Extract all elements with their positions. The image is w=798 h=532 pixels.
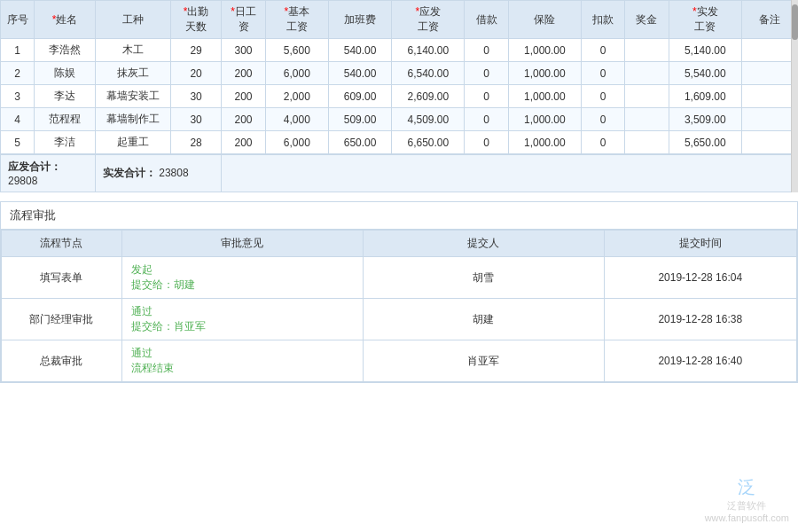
wf-time: 2019-12-28 16:40 (604, 340, 796, 382)
cell-days: 30 (170, 85, 222, 108)
cell-name: 李达 (35, 85, 96, 108)
header-name: *姓名 (35, 1, 96, 39)
wf-node: 总裁审批 (2, 340, 122, 382)
wf-node: 填写表单 (2, 257, 122, 299)
cell-days: 30 (170, 108, 222, 131)
cell-base: 6,000 (265, 131, 328, 155)
wf-submitter: 胡雪 (363, 257, 604, 299)
wf-header-node: 流程节点 (2, 231, 122, 257)
watermark-brand: 泛普软件 (705, 499, 789, 512)
cell-name: 陈娱 (35, 62, 96, 85)
cell-borrow: 0 (465, 85, 508, 108)
wf-header-submitter: 提交人 (363, 231, 604, 257)
submit-to: 流程结束 (131, 362, 174, 374)
cell-remark (741, 62, 797, 85)
header-overtime: 加班费 (328, 1, 391, 39)
should-pay-value: 29808 (8, 175, 37, 187)
cell-bonus (625, 131, 669, 155)
actual-pay-label: 实发合计： 23808 (95, 154, 222, 192)
scrollbar[interactable] (791, 0, 798, 192)
header-insurance: 保险 (508, 1, 581, 39)
cell-remark (741, 85, 797, 108)
cell-type: 木工 (95, 39, 170, 62)
cell-bonus (625, 85, 669, 108)
salary-table: 序号 *姓名 工种 *出勤天数 *日工资 *基本工资 加班费 *应发工资 借款 … (0, 0, 798, 192)
workflow-table: 流程节点 审批意见 提交人 提交时间 填写表单 发起 提交给：胡建 胡雪 201… (1, 230, 797, 382)
cell-name: 李浩然 (35, 39, 96, 62)
wf-status: 通过 (131, 304, 354, 319)
watermark-logo: 泛 (705, 475, 789, 499)
header-bonus: 奖金 (625, 1, 669, 39)
salary-row: 5 李洁 起重工 28 200 6,000 650.00 6,650.00 0 … (1, 131, 798, 155)
cell-seq: 2 (1, 62, 35, 85)
wf-comment: 通过 流程结束 (121, 340, 363, 382)
cell-bonus (625, 39, 669, 62)
watermark-url: www.fanpusoft.com (705, 512, 789, 523)
cell-name: 范程程 (35, 108, 96, 131)
wf-time: 2019-12-28 16:04 (604, 257, 796, 299)
cell-deduct: 0 (581, 62, 624, 85)
cell-insurance: 1,000.00 (508, 39, 581, 62)
cell-bonus (625, 108, 669, 131)
header-days: *出勤天数 (170, 1, 222, 39)
header-base: *基本工资 (265, 1, 328, 39)
cell-should-pay: 6,650.00 (392, 131, 465, 155)
cell-actual-pay: 5,540.00 (669, 62, 741, 85)
cell-daily: 300 (222, 39, 265, 62)
cell-actual-pay: 5,650.00 (669, 131, 741, 155)
cell-name: 李洁 (35, 131, 96, 155)
cell-seq: 4 (1, 108, 35, 131)
submit-to: 提交给：肖亚军 (131, 320, 206, 332)
salary-row: 2 陈娱 抹灰工 20 200 6,000 540.00 6,540.00 0 … (1, 62, 798, 85)
cell-deduct: 0 (581, 85, 624, 108)
cell-borrow: 0 (465, 131, 508, 155)
header-type: 工种 (95, 1, 170, 39)
cell-actual-pay: 5,140.00 (669, 39, 741, 62)
cell-daily: 200 (222, 108, 265, 131)
cell-overtime: 509.00 (328, 108, 391, 131)
signature-2: 肖亚军 (467, 355, 499, 367)
wf-time: 2019-12-28 16:38 (604, 299, 796, 340)
workflow-row: 部门经理审批 通过 提交给：肖亚军 胡建 2019-12-28 16:38 (2, 299, 797, 340)
wf-comment: 通过 提交给：肖亚军 (121, 299, 363, 340)
cell-should-pay: 2,609.00 (392, 85, 465, 108)
cell-insurance: 1,000.00 (508, 131, 581, 155)
cell-overtime: 609.00 (328, 85, 391, 108)
cell-base: 5,600 (265, 39, 328, 62)
summary-empty (222, 154, 798, 192)
cell-overtime: 540.00 (328, 62, 391, 85)
workflow-row: 填写表单 发起 提交给：胡建 胡雪 2019-12-28 16:04 (2, 257, 797, 299)
wf-submitter: 胡建 (363, 299, 604, 340)
cell-insurance: 1,000.00 (508, 62, 581, 85)
should-pay-label: 应发合计： 29808 (1, 154, 96, 192)
salary-row: 1 李浩然 木工 29 300 5,600 540.00 6,140.00 0 … (1, 39, 798, 62)
header-deduct: 扣款 (581, 1, 624, 39)
signature-0: 胡雪 (473, 271, 494, 284)
workflow-title: 流程审批 (1, 202, 797, 230)
wf-node: 部门经理审批 (2, 299, 122, 340)
cell-bonus (625, 62, 669, 85)
cell-deduct: 0 (581, 108, 624, 131)
cell-overtime: 540.00 (328, 39, 391, 62)
wf-header-comment: 审批意见 (121, 231, 363, 257)
cell-seq: 3 (1, 85, 35, 108)
header-daily: *日工资 (222, 1, 265, 39)
cell-borrow: 0 (465, 108, 508, 131)
cell-type: 起重工 (95, 131, 170, 155)
cell-daily: 200 (222, 85, 265, 108)
header-remark: 备注 (741, 1, 797, 39)
cell-seq: 5 (1, 131, 35, 155)
cell-should-pay: 6,140.00 (392, 39, 465, 62)
cell-base: 2,000 (265, 85, 328, 108)
wf-status: 发起 (131, 262, 354, 278)
cell-days: 28 (170, 131, 222, 155)
cell-type: 幕墙制作工 (95, 108, 170, 131)
workflow-section: 流程审批 流程节点 审批意见 提交人 提交时间 填写表单 发起 提交给：胡建 胡… (0, 201, 798, 383)
cell-remark (741, 39, 797, 62)
cell-remark (741, 131, 797, 155)
cell-daily: 200 (222, 62, 265, 85)
salary-row: 4 范程程 幕墙制作工 30 200 4,000 509.00 4,509.00… (1, 108, 798, 131)
header-seq: 序号 (1, 1, 35, 39)
watermark: 泛 泛普软件 www.fanpusoft.com (705, 475, 789, 523)
wf-comment: 发起 提交给：胡建 (121, 257, 363, 299)
